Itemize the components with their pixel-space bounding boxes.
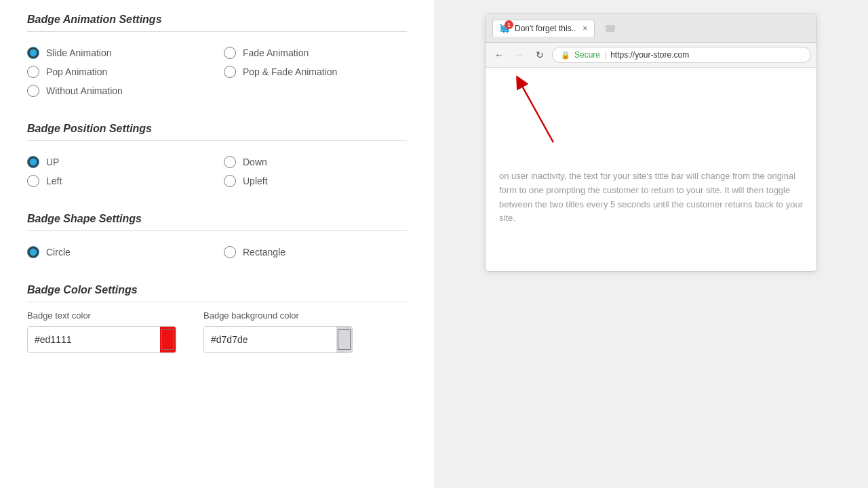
shape-rectangle-label: Rectangle — [243, 247, 285, 258]
animation-slide-option[interactable]: Slide Animation — [27, 47, 210, 59]
position-left-radio[interactable] — [27, 175, 39, 187]
right-panel: 1 Don't forget this.. × ← → ↻ 🔒 Secure |… — [434, 0, 868, 488]
browser-description-area: on user inactivity, the text for your si… — [499, 169, 803, 226]
position-left-option[interactable]: Left — [27, 175, 210, 187]
position-options: UP Down Left Upleft — [27, 149, 407, 194]
position-up-option[interactable]: UP — [27, 156, 210, 168]
animation-slide-label: Slide Animation — [46, 47, 112, 58]
animation-fade-radio[interactable] — [224, 47, 236, 59]
shape-circle-radio[interactable] — [27, 246, 39, 258]
forward-button[interactable]: → — [511, 47, 528, 63]
text-color-input[interactable] — [28, 329, 160, 350]
svg-point-1 — [503, 31, 505, 33]
position-down-label: Down — [243, 157, 267, 167]
text-color-label: Badge text color — [27, 310, 176, 321]
bg-color-label: Badge background color — [203, 310, 353, 321]
browser-description: on user inactivity, the text for your si… — [499, 169, 803, 226]
color-inputs-row: Badge text color Badge background color — [27, 310, 407, 353]
animation-popfade-radio[interactable] — [224, 66, 236, 78]
svg-rect-3 — [606, 25, 615, 32]
position-upleft-label: Upleft — [243, 176, 268, 186]
animation-fade-option[interactable]: Fade Animation — [224, 47, 407, 59]
animation-popfade-label: Pop & Fade Animation — [243, 66, 337, 77]
color-section-title: Badge Color Settings — [27, 284, 407, 302]
tab-close-button[interactable]: × — [583, 24, 587, 33]
inactive-tab[interactable] — [600, 22, 620, 35]
svg-line-5 — [519, 81, 553, 142]
animation-pop-radio[interactable] — [27, 66, 39, 78]
shape-rectangle-option[interactable]: Rectangle — [224, 246, 407, 258]
color-section: Badge Color Settings Badge text color Ba… — [27, 284, 407, 353]
cart-badge-count: 1 — [505, 20, 513, 29]
position-up-radio[interactable] — [27, 156, 39, 168]
position-upleft-radio[interactable] — [224, 175, 236, 187]
text-color-swatch[interactable] — [160, 327, 176, 352]
position-down-option[interactable]: Down — [224, 156, 407, 168]
svg-point-2 — [507, 31, 508, 33]
shape-section: Badge Shape Settings Circle Rectangle — [27, 213, 407, 265]
address-bar: 🔒 Secure | https://your-store.com — [552, 47, 811, 63]
bg-color-swatch[interactable] — [336, 327, 352, 352]
browser-content: on user inactivity, the text for your si… — [486, 68, 816, 271]
position-section: Badge Position Settings UP Down Left Upl… — [27, 123, 407, 194]
animation-none-label: Without Animation — [46, 85, 123, 96]
tab-favicon: 1 — [500, 23, 511, 34]
position-section-title: Badge Position Settings — [27, 123, 407, 141]
url-text[interactable]: https://your-store.com — [610, 50, 689, 60]
shape-rectangle-radio[interactable] — [224, 246, 236, 258]
animation-section-title: Badge Animation Settings — [27, 14, 407, 32]
animation-none-radio[interactable] — [27, 85, 39, 97]
position-upleft-option[interactable]: Upleft — [224, 175, 407, 187]
animation-none-option[interactable]: Without Animation — [27, 85, 210, 97]
shape-section-title: Badge Shape Settings — [27, 213, 407, 231]
animation-slide-radio[interactable] — [27, 47, 39, 59]
position-up-label: UP — [46, 157, 59, 167]
bg-color-input[interactable] — [204, 329, 336, 350]
position-left-label: Left — [46, 176, 62, 186]
animation-popfade-option[interactable]: Pop & Fade Animation — [224, 66, 407, 78]
bg-color-input-row — [203, 326, 353, 353]
shape-circle-option[interactable]: Circle — [27, 246, 210, 258]
reload-button[interactable]: ↻ — [532, 47, 548, 63]
animation-fade-label: Fade Animation — [243, 47, 309, 58]
animation-section: Badge Animation Settings Slide Animation… — [27, 14, 407, 104]
position-down-radio[interactable] — [224, 156, 236, 168]
secure-label: Secure — [574, 50, 600, 60]
inactive-tab-icon — [606, 25, 615, 32]
active-tab[interactable]: 1 Don't forget this.. × — [492, 20, 595, 37]
text-color-input-row — [27, 326, 176, 353]
animation-options: Slide Animation Fade Animation Pop Anima… — [27, 40, 407, 104]
browser-nav-bar: ← → ↻ 🔒 Secure | https://your-store.com — [486, 43, 816, 68]
browser-mockup: 1 Don't forget this.. × ← → ↻ 🔒 Secure |… — [485, 14, 817, 272]
left-panel: Badge Animation Settings Slide Animation… — [0, 0, 434, 488]
shape-options: Circle Rectangle — [27, 239, 407, 265]
browser-tab-bar: 1 Don't forget this.. × — [486, 14, 816, 43]
shape-circle-label: Circle — [46, 247, 71, 258]
back-button[interactable]: ← — [491, 47, 507, 63]
bg-color-group: Badge background color — [203, 310, 353, 353]
tab-title: Don't forget this.. — [515, 24, 576, 33]
red-arrow-annotation — [499, 68, 580, 149]
animation-pop-label: Pop Animation — [46, 66, 107, 77]
text-color-group: Badge text color — [27, 310, 176, 353]
secure-icon: 🔒 — [561, 51, 570, 60]
animation-pop-option[interactable]: Pop Animation — [27, 66, 210, 78]
